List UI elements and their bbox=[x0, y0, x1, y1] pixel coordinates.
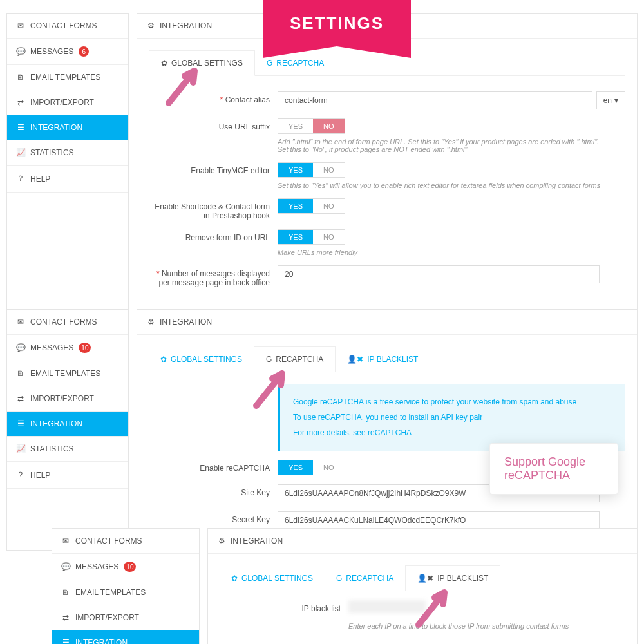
transfer-icon: ⇄ bbox=[16, 394, 25, 403]
google-icon: G bbox=[336, 574, 342, 583]
transfer-icon: ⇄ bbox=[16, 98, 25, 107]
sidebar-item-help[interactable]: ？HELP bbox=[7, 462, 128, 489]
gear-icon: ⚙ bbox=[147, 317, 155, 327]
gear-icon: ⚙ bbox=[147, 21, 155, 30]
user-x-icon: 👤✖ bbox=[417, 574, 433, 583]
sidebar-item-email-templates[interactable]: 🗎EMAIL TEMPLATES bbox=[7, 65, 128, 90]
recaptcha-callout: Support Google reCAPTCHA bbox=[489, 443, 618, 495]
arrow-icon bbox=[250, 367, 289, 412]
shortcode-toggle[interactable]: YESNO bbox=[278, 198, 345, 214]
sidebar-item-help[interactable]: ？HELP bbox=[7, 166, 128, 193]
tabs: ✿GLOBAL SETTINGS GRECAPTCHA 👤✖IP BLACKLI… bbox=[149, 346, 625, 372]
gear-icon: ✿ bbox=[231, 574, 238, 583]
tinymce-toggle[interactable]: YESNO bbox=[278, 162, 345, 178]
sidebar-item-contact-forms[interactable]: ✉CONTACT FORMS bbox=[7, 310, 128, 335]
removeid-toggle[interactable]: YESNO bbox=[278, 229, 345, 245]
gear-icon: ⚙ bbox=[218, 536, 225, 545]
sliders-icon: ☰ bbox=[16, 123, 25, 132]
tab-ip-blacklist[interactable]: 👤✖IP BLACKLIST bbox=[336, 346, 430, 372]
recaptcha-info: Google reCAPTCHA is a free service to pr… bbox=[278, 384, 625, 451]
sidebar-item-import-export[interactable]: ⇄IMPORT/EXPORT bbox=[7, 90, 128, 115]
transfer-icon: ⇄ bbox=[61, 613, 70, 622]
sidebar-item-email-templates[interactable]: 🗎EMAIL TEMPLATES bbox=[7, 361, 128, 386]
sidebar: ✉CONTACT FORMS 💬MESSAGES10 🗎EMAIL TEMPLA… bbox=[52, 528, 200, 644]
comment-icon: 💬 bbox=[61, 562, 70, 571]
msgcount-input[interactable] bbox=[278, 265, 600, 283]
sidebar-item-messages[interactable]: 💬MESSAGES10 bbox=[52, 554, 199, 580]
sidebar-item-import-export[interactable]: ⇄IMPORT/EXPORT bbox=[7, 386, 128, 412]
sidebar-item-contact-forms[interactable]: ✉CONTACT FORMS bbox=[52, 529, 199, 554]
google-icon: G bbox=[267, 59, 272, 68]
contact-alias-input[interactable] bbox=[278, 91, 592, 109]
google-icon: G bbox=[266, 355, 272, 364]
sidebar-item-statistics[interactable]: 📈STATISTICS bbox=[7, 140, 128, 166]
sidebar-item-integration[interactable]: ☰INTEGRATION bbox=[7, 115, 128, 140]
file-icon: 🗎 bbox=[61, 588, 70, 597]
sidebar: ✉CONTACT FORMS 💬MESSAGES6 🗎EMAIL TEMPLAT… bbox=[6, 13, 129, 315]
sidebar-item-integration[interactable]: ☰INTEGRATION bbox=[52, 630, 199, 644]
envelope-icon: ✉ bbox=[16, 317, 25, 327]
sliders-icon: ☰ bbox=[16, 419, 25, 428]
panel-title: ⚙INTEGRATION bbox=[208, 529, 637, 554]
tab-recaptcha[interactable]: GRECAPTCHA bbox=[325, 565, 405, 591]
sidebar-item-messages[interactable]: 💬MESSAGES6 bbox=[7, 39, 128, 65]
sliders-icon: ☰ bbox=[61, 638, 70, 644]
sidebar-item-import-export[interactable]: ⇄IMPORT/EXPORT bbox=[52, 605, 199, 630]
gear-icon: ✿ bbox=[160, 355, 167, 364]
url-suffix-toggle[interactable]: YESNO bbox=[278, 118, 345, 134]
sidebar-item-messages[interactable]: 💬MESSAGES10 bbox=[7, 335, 128, 361]
secret-key-input[interactable] bbox=[278, 511, 600, 529]
tab-global-settings[interactable]: ✿GLOBAL SETTINGS bbox=[149, 346, 254, 372]
panel-integration: ⚙INTEGRATION ✿GLOBAL SETTINGS GRECAPTCHA… bbox=[137, 309, 638, 551]
sidebar: ✉CONTACT FORMS 💬MESSAGES10 🗎EMAIL TEMPLA… bbox=[6, 309, 129, 551]
enable-recaptcha-toggle[interactable]: YESNO bbox=[278, 460, 345, 475]
sidebar-item-contact-forms[interactable]: ✉CONTACT FORMS bbox=[7, 14, 128, 39]
settings-ribbon: SETTINGS bbox=[263, 0, 411, 46]
comment-icon: 💬 bbox=[16, 47, 25, 56]
badge-count: 6 bbox=[79, 46, 89, 57]
badge-count: 10 bbox=[79, 343, 91, 353]
lang-select[interactable]: en ▾ bbox=[596, 91, 625, 109]
tab-global-settings[interactable]: ✿GLOBAL SETTINGS bbox=[220, 565, 325, 591]
badge-count: 10 bbox=[124, 562, 136, 572]
help-icon: ？ bbox=[16, 173, 25, 184]
chart-icon: 📈 bbox=[16, 444, 25, 453]
arrow-icon bbox=[162, 64, 201, 109]
envelope-icon: ✉ bbox=[16, 21, 25, 30]
panel-integration: ⚙INTEGRATION ✿GLOBAL SETTINGS GRECAPTCHA… bbox=[137, 13, 638, 315]
arrow-icon bbox=[412, 586, 451, 631]
chart-icon: 📈 bbox=[16, 148, 25, 157]
panel-title: ⚙INTEGRATION bbox=[137, 310, 637, 335]
help-icon: ？ bbox=[16, 469, 25, 480]
envelope-icon: ✉ bbox=[61, 536, 70, 545]
user-x-icon: 👤✖ bbox=[347, 355, 363, 364]
sidebar-item-email-templates[interactable]: 🗎EMAIL TEMPLATES bbox=[52, 580, 199, 605]
sidebar-item-integration[interactable]: ☰INTEGRATION bbox=[7, 412, 128, 437]
file-icon: 🗎 bbox=[16, 369, 25, 378]
comment-icon: 💬 bbox=[16, 343, 25, 352]
sidebar-item-statistics[interactable]: 📈STATISTICS bbox=[7, 437, 128, 462]
file-icon: 🗎 bbox=[16, 73, 25, 82]
